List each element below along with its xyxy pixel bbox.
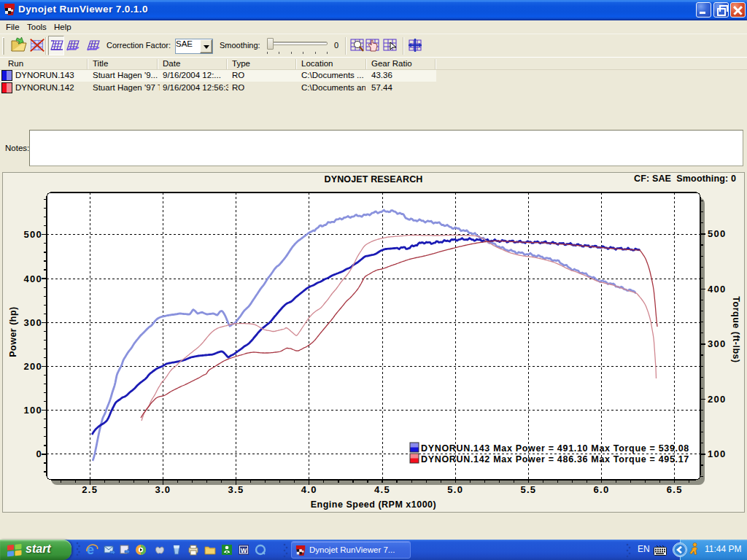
svg-text:5.5: 5.5 — [520, 484, 536, 495]
svg-text:100: 100 — [708, 448, 727, 459]
svg-text:2.5: 2.5 — [82, 484, 98, 495]
svg-text:6.0: 6.0 — [594, 484, 610, 495]
svg-text:0: 0 — [36, 448, 42, 459]
svg-text:5.0: 5.0 — [447, 484, 463, 495]
svg-text:Engine Speed (RPM x1000): Engine Speed (RPM x1000) — [311, 499, 436, 510]
svg-text:300: 300 — [23, 317, 42, 328]
svg-text:CF: SAE Smoothing: 0: CF: SAE Smoothing: 0 — [634, 174, 736, 184]
svg-text:3.5: 3.5 — [228, 484, 244, 495]
svg-text:DYNORUN.143 Max Power = 491.10: DYNORUN.143 Max Power = 491.10 Max Torqu… — [421, 443, 689, 454]
svg-text:400: 400 — [708, 284, 727, 295]
svg-text:3.0: 3.0 — [155, 484, 171, 495]
svg-text:4.0: 4.0 — [301, 484, 317, 495]
svg-text:400: 400 — [23, 273, 42, 284]
svg-text:Torque (ft-lbs): Torque (ft-lbs) — [731, 296, 741, 362]
svg-text:500: 500 — [23, 229, 42, 240]
svg-text:6.5: 6.5 — [667, 484, 683, 495]
svg-text:200: 200 — [708, 394, 727, 405]
svg-text:500: 500 — [708, 228, 727, 239]
svg-text:DYNORUN.142 Max Power = 486.36: DYNORUN.142 Max Power = 486.36 Max Torqu… — [421, 454, 689, 464]
svg-text:300: 300 — [708, 338, 727, 349]
svg-text:Power (hp): Power (hp) — [8, 306, 18, 357]
svg-text:4.5: 4.5 — [374, 484, 390, 495]
svg-text:100: 100 — [23, 405, 42, 416]
svg-text:W: W — [241, 547, 247, 554]
svg-text:200: 200 — [23, 361, 42, 372]
svg-text:DYNOJET RESEARCH: DYNOJET RESEARCH — [324, 174, 422, 184]
